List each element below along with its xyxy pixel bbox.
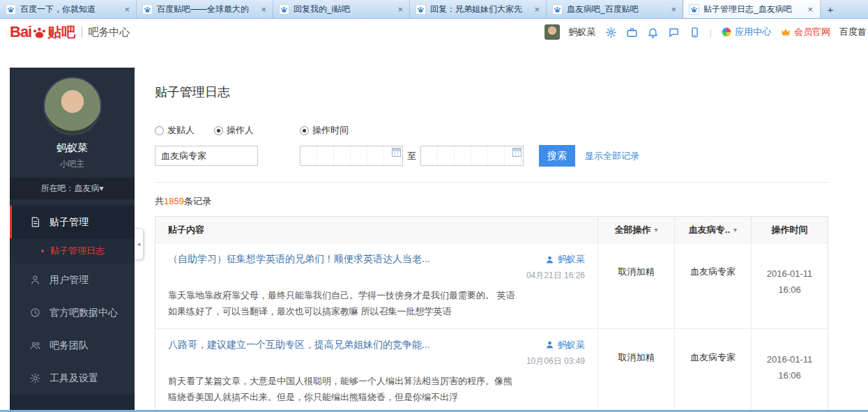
gear-icon[interactable] — [605, 26, 617, 38]
tab-label: 贴子管理日志_血友病吧 — [703, 3, 802, 15]
phone-icon[interactable] — [689, 26, 701, 38]
radio-circle-icon[interactable] — [300, 126, 309, 135]
post-cell: 八路哥，建议建立一个互助专区，提高兄弟姐妹们的竞争能... 蚂蚁菜 10月06日… — [155, 329, 597, 412]
post-meta: 蚂蚁菜 10月06日 03:49 — [493, 339, 585, 367]
filter-divider — [155, 182, 828, 183]
filter-input-row: 至 搜索 显示全部记录 — [155, 145, 828, 167]
date-from-input[interactable] — [300, 146, 403, 166]
member-site-link[interactable]: 会员官网 — [780, 26, 830, 38]
post-title-link[interactable]: 八路哥，建议建立一个互助专区，提高兄弟姐妹们的竞争能... — [168, 339, 493, 351]
logo-text-bai: Bai — [10, 23, 31, 41]
user-icon — [29, 274, 41, 286]
table-row: 八路哥，建议建立一个互助专区，提高兄弟姐妹们的竞争能... 蚂蚁菜 10月06日… — [155, 328, 828, 412]
radio-poster[interactable]: 发贴人 — [155, 124, 195, 137]
radio-poster-label: 发贴人 — [167, 124, 195, 137]
browser-tab-2[interactable]: 百度贴吧——全球最大的 × — [137, 0, 273, 18]
document-icon — [29, 216, 41, 228]
sidebar-item-post-management[interactable]: 贴子管理 — [10, 206, 135, 238]
briefcase-icon[interactable] — [626, 26, 638, 38]
new-tab-button[interactable]: + — [820, 0, 841, 18]
radio-circle-icon[interactable] — [155, 126, 164, 135]
date-to-input[interactable] — [420, 146, 524, 166]
sidebar-item-user-management[interactable]: 用户管理 — [10, 264, 135, 296]
tieba-logo[interactable]: Bai 贴吧 | 吧务中心 — [10, 23, 130, 42]
page-title: 贴子管理日志 — [155, 84, 828, 100]
paw-favicon-icon — [142, 4, 153, 15]
current-bar-selector[interactable]: 所在吧：血友病▾ — [10, 178, 135, 199]
filter-radio-row: 发贴人 操作人 操作时间 — [155, 124, 828, 137]
record-count: 共1859条记录 — [155, 195, 828, 208]
app-center-link[interactable]: 应用中心 — [721, 26, 771, 38]
header-avatar[interactable] — [545, 24, 560, 40]
calendar-icon[interactable] — [392, 148, 401, 157]
post-author-link[interactable]: 蚂蚁菜 — [493, 339, 585, 351]
operation-cell: 取消加精 — [597, 329, 674, 412]
header-divider: | — [710, 27, 712, 38]
col-header-time: 操作时间 — [751, 217, 828, 243]
radio-circle-icon[interactable] — [214, 126, 223, 135]
browser-tab-5[interactable]: 血友病吧_百度贴吧 × — [547, 0, 683, 18]
tab-close-icon[interactable]: × — [259, 4, 268, 15]
pinwheel-icon — [721, 26, 732, 38]
profile-avatar[interactable] — [43, 77, 102, 135]
date-to-wrap — [420, 146, 524, 166]
tab-close-icon[interactable]: × — [123, 4, 131, 15]
tab-label: 回复我的_i贴吧 — [294, 3, 392, 15]
menu-label: 用户管理 — [50, 274, 89, 287]
sidebar-item-bar-team[interactable]: 吧务团队 — [10, 329, 135, 362]
tab-label: 血友病吧_百度贴吧 — [567, 3, 665, 15]
team-icon — [29, 339, 41, 351]
author-name: 蚂蚁菜 — [558, 253, 585, 266]
logo-text-tieba: 贴吧 — [47, 23, 75, 42]
post-cell: （自助学习）征集想学英语的兄弟们！顺便求英语达人当老... 蚂蚁菜 04月21日… — [155, 243, 597, 328]
col-time-label: 操作时间 — [772, 224, 808, 236]
tab-close-icon[interactable]: × — [533, 4, 541, 15]
table-header-row: 贴子内容 全部操作 ▾ 血友病专.. ▾ 操作时间 — [155, 217, 828, 243]
col-header-operation-filter[interactable]: 全部操作 ▾ — [597, 217, 674, 243]
col-header-content: 贴子内容 — [155, 217, 597, 243]
tab-label: 百度贴吧——全球最大的 — [157, 3, 255, 15]
paw-favicon-icon — [6, 4, 16, 15]
show-all-records-link[interactable]: 显示全部记录 — [585, 150, 639, 162]
browser-tab-4[interactable]: 回复：兄弟姐妹们大家先 × — [410, 0, 547, 18]
sidebar-item-tools-settings[interactable]: 工具及设置 — [10, 362, 135, 395]
col-operator-label: 血友病专.. — [689, 224, 730, 236]
chat-icon[interactable] — [668, 26, 680, 38]
date-to-label: 至 — [407, 150, 416, 162]
paw-favicon-icon — [279, 4, 289, 15]
date-from-wrap — [300, 146, 403, 166]
operation-date: 2016-01-11 — [767, 351, 813, 367]
tab-label: 百度一下，你就知道 — [20, 3, 119, 15]
header-username[interactable]: 蚂蚁菜 — [569, 26, 596, 38]
logo-divider: | — [80, 26, 83, 38]
browser-tab-1[interactable]: 百度一下，你就知道 × — [0, 0, 137, 18]
tab-close-icon[interactable]: × — [669, 4, 678, 15]
bell-icon[interactable] — [647, 26, 659, 38]
baidu-home-label: 百度首 — [839, 26, 867, 38]
tab-close-icon[interactable]: × — [396, 4, 404, 15]
member-site-label: 会员官网 — [794, 26, 830, 38]
browser-tab-3[interactable]: 回复我的_i贴吧 × — [273, 0, 410, 18]
operator-keyword-input[interactable] — [155, 146, 258, 166]
radio-operation-time[interactable]: 操作时间 — [300, 124, 349, 137]
post-author-link[interactable]: 蚂蚁菜 — [493, 253, 585, 266]
baidu-home-link[interactable]: 百度首 — [839, 26, 867, 38]
calendar-icon[interactable] — [512, 148, 521, 157]
radio-operator[interactable]: 操作人 — [214, 124, 254, 137]
browser-tab-active[interactable]: 贴子管理日志_血友病吧 × — [683, 0, 820, 18]
operation-cell: 取消加精 — [597, 243, 674, 328]
log-table: 贴子内容 全部操作 ▾ 血友病专.. ▾ 操作时间 （自助学习）征集想学英语的兄… — [155, 216, 828, 412]
sidebar-item-post-management-log[interactable]: 贴子管理日志 — [10, 238, 135, 264]
menu-label: 贴子管理 — [50, 216, 89, 229]
post-head: （自助学习）征集想学英语的兄弟们！顺便求英语达人当老... 蚂蚁菜 04月21日… — [168, 253, 585, 282]
col-header-operator-filter[interactable]: 血友病专.. ▾ — [674, 217, 751, 243]
app-body: 蚂蚁菜 小吧主 所在吧：血友病▾ 贴子管理 贴子管理日志 用户管理 官方吧数据中… — [0, 45, 868, 412]
search-button[interactable]: 搜索 — [539, 145, 575, 167]
sidebar-item-official-data-center[interactable]: 官方吧数据中心 — [10, 296, 135, 329]
sidebar-collapse-handle[interactable]: ◂ — [135, 228, 144, 260]
crown-icon — [780, 26, 791, 38]
post-title-link[interactable]: （自助学习）征集想学英语的兄弟们！顺便求英语达人当老... — [168, 253, 493, 266]
baidu-paw-icon — [32, 25, 47, 40]
tab-close-icon[interactable]: × — [806, 4, 814, 15]
post-meta: 蚂蚁菜 04月21日 16:26 — [493, 253, 585, 282]
